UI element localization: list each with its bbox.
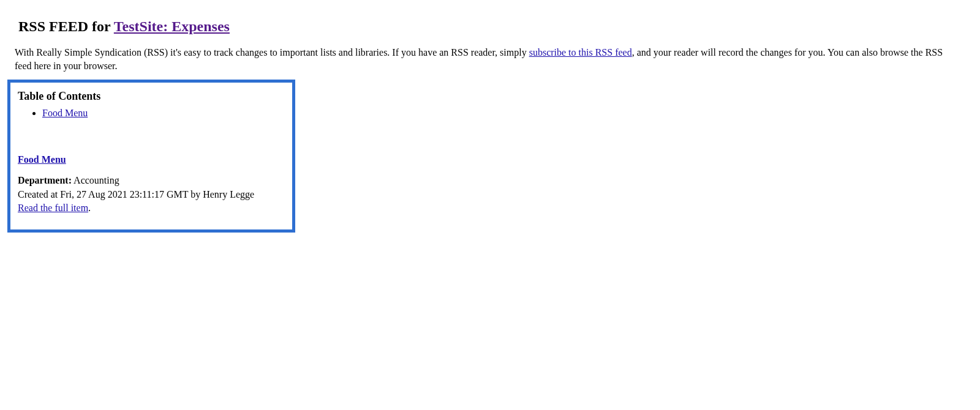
subscribe-link[interactable]: subscribe to this RSS feed (529, 47, 632, 58)
page-title-prefix: RSS FEED for (18, 18, 114, 34)
toc-list: Food Menu (30, 108, 285, 119)
created-line: Created at Fri, 27 Aug 2021 23:11:17 GMT… (18, 189, 254, 199)
intro-text-before: With Really Simple Syndication (RSS) it'… (15, 47, 529, 58)
period: . (88, 203, 91, 213)
department-label: Department: (18, 175, 72, 185)
intro-paragraph: With Really Simple Syndication (RSS) it'… (15, 46, 958, 72)
department-value: Accounting (72, 175, 119, 185)
item-heading-link[interactable]: Food Menu (18, 154, 66, 165)
content-box: Table of Contents Food Menu Food Menu De… (7, 80, 295, 233)
page-title: RSS FEED for TestSite: Expenses (18, 18, 965, 35)
site-title-link[interactable]: TestSite: Expenses (114, 18, 230, 34)
toc-item-link[interactable]: Food Menu (42, 108, 88, 118)
item-heading: Food Menu (18, 154, 285, 165)
toc-heading: Table of Contents (18, 90, 285, 103)
toc-item: Food Menu (42, 108, 285, 119)
read-full-link[interactable]: Read the full item (18, 203, 88, 213)
item-body: Department: Accounting Created at Fri, 2… (18, 174, 285, 215)
